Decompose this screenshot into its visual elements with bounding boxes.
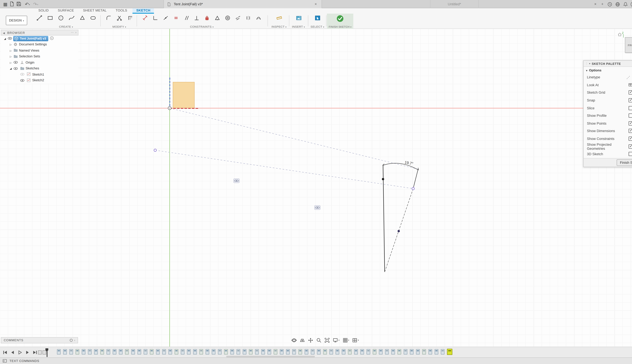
profile-region[interactable] <box>173 82 194 108</box>
palette-grip-icon[interactable]: ⋮ <box>585 62 588 65</box>
show-projected-geometries-checkbox[interactable] <box>628 144 632 148</box>
timeline-feature[interactable] <box>274 349 277 354</box>
finish-sketch-check-icon[interactable] <box>336 15 344 22</box>
timeline-feature[interactable] <box>354 349 358 354</box>
coincident-constraint-icon[interactable] <box>163 15 169 21</box>
tab-solid[interactable]: SOLID <box>35 8 52 14</box>
viewports-icon[interactable] <box>352 337 357 343</box>
inactive-tab[interactable]: Untitled* <box>430 0 479 8</box>
timeline-feature[interactable] <box>268 349 271 354</box>
app-menu-icon[interactable]: ▦ <box>2 1 8 7</box>
timeline-feature[interactable] <box>119 349 122 354</box>
timeline-feature[interactable] <box>187 349 190 354</box>
timeline-feature[interactable] <box>366 349 370 354</box>
timeline-feature[interactable] <box>398 349 401 354</box>
timeline-feature[interactable] <box>218 349 222 354</box>
redo-caret-icon[interactable]: ▾ <box>37 3 38 6</box>
perpendicular-constraint-icon[interactable] <box>194 15 200 21</box>
timeline-feature[interactable] <box>206 349 209 354</box>
pan-icon[interactable] <box>308 337 313 343</box>
show-dimensions-checkbox[interactable] <box>628 129 632 133</box>
browser-row-root[interactable]: ◢ Tent Joint(Fail) v3 <box>1 36 78 42</box>
timeline-feature[interactable] <box>249 349 252 354</box>
visibility-eye-off-icon[interactable] <box>20 72 25 77</box>
sketch-line-left[interactable] <box>383 165 385 272</box>
timeline-feature[interactable] <box>82 349 86 354</box>
activate-radio-icon[interactable] <box>50 36 54 41</box>
timeline-feature[interactable] <box>236 349 240 354</box>
equal-constraint-icon[interactable] <box>173 15 179 21</box>
line-tool-icon[interactable] <box>36 15 42 21</box>
timeline-feature[interactable] <box>138 349 141 354</box>
timeline-feature[interactable] <box>156 349 160 354</box>
display-settings-caret-icon[interactable]: ▾ <box>338 339 340 342</box>
grid-snaps-icon[interactable] <box>342 337 348 343</box>
tab-sheet-metal[interactable]: SHEET METAL <box>80 8 110 14</box>
viewcube-front-face[interactable]: FRONT <box>625 37 632 53</box>
root-selection-highlight[interactable]: Tent Joint(Fail) v3 <box>13 36 48 41</box>
comments-bar[interactable]: COMMENTS › <box>1 337 78 344</box>
viewcube[interactable]: Z FRONT X <box>618 30 632 58</box>
timeline-feature[interactable] <box>416 349 420 354</box>
timeline-feature-highlighted[interactable] <box>447 349 452 355</box>
timeline-feature[interactable] <box>323 349 327 354</box>
select-group-label[interactable]: SELECT ▾ <box>309 25 326 28</box>
browser-row-sketch1[interactable]: Sketch1 <box>1 72 78 77</box>
timeline-feature[interactable] <box>125 349 129 354</box>
timeline-feature[interactable] <box>181 349 184 354</box>
timeline-feature[interactable] <box>422 349 426 354</box>
timeline-feature[interactable] <box>348 349 352 354</box>
step-back-icon[interactable] <box>10 350 15 355</box>
timeline-feature[interactable] <box>373 349 376 354</box>
sketch-dimension-tool-icon[interactable] <box>142 15 148 21</box>
trim-tool-icon[interactable] <box>116 15 122 21</box>
constraints-group-label[interactable]: CONSTRAINTS ▾ <box>139 25 265 28</box>
timeline-feature[interactable] <box>311 349 314 354</box>
timeline-feature[interactable] <box>410 349 414 354</box>
sketch-point[interactable] <box>398 230 400 232</box>
timeline-feature[interactable] <box>280 349 284 354</box>
construction-line-lower[interactable] <box>155 150 413 189</box>
measure-tool-icon[interactable] <box>276 15 282 21</box>
fit-icon[interactable] <box>324 337 330 343</box>
text-commands-icon[interactable] <box>2 359 7 363</box>
sketch-point[interactable] <box>382 178 384 180</box>
job-status-icon[interactable] <box>607 2 612 7</box>
display-settings-icon[interactable] <box>333 337 338 343</box>
timeline-feature[interactable] <box>131 349 135 354</box>
play-icon[interactable] <box>17 350 22 355</box>
close-tab-icon[interactable]: × <box>593 2 598 6</box>
timeline-feature[interactable] <box>100 349 104 354</box>
timeline-feature[interactable] <box>243 349 246 354</box>
document-tab-close-icon[interactable]: × <box>313 2 318 6</box>
timeline-feature[interactable] <box>94 349 98 354</box>
timeline-feature[interactable] <box>261 349 265 354</box>
sketch-grid-checkbox[interactable] <box>628 90 632 95</box>
projection-link-icon[interactable] <box>314 206 320 210</box>
timeline-feature[interactable] <box>441 349 444 354</box>
rectangle-tool-icon[interactable] <box>47 15 53 21</box>
timeline-feature[interactable] <box>70 349 73 354</box>
offset-tool-icon[interactable] <box>127 15 133 21</box>
timeline-feature[interactable] <box>391 349 395 354</box>
look-at-nav-icon[interactable] <box>300 337 305 343</box>
tab-sketch[interactable]: SKETCH <box>132 8 154 14</box>
insert-group-label[interactable]: INSERT ▾ <box>290 25 307 28</box>
tree-closed-icon[interactable]: ▷ <box>9 61 12 64</box>
sketch-canvas[interactable]: 19.7° <box>0 29 632 347</box>
concentric-constraint-icon[interactable] <box>224 15 231 21</box>
visibility-eye-icon[interactable] <box>13 66 18 71</box>
timeline-feature[interactable] <box>174 349 178 354</box>
visibility-eye-icon[interactable] <box>8 36 12 41</box>
sketch-palette-header[interactable]: ⋮ ● SKETCH PALETTE » <box>584 61 632 67</box>
palette-options-section[interactable]: ▾ Options <box>584 67 632 74</box>
timeline-feature[interactable] <box>162 349 166 354</box>
sketch-point-unconstrained[interactable] <box>154 149 156 152</box>
create-group-label[interactable]: CREATE ▾ <box>34 25 98 28</box>
timeline-feature[interactable] <box>57 349 61 354</box>
timeline-marker-icon[interactable] <box>38 350 42 354</box>
tree-closed-icon[interactable]: ▷ <box>9 49 12 52</box>
construction-line-upper[interactable] <box>170 108 418 169</box>
help-icon[interactable]: ? <box>630 2 632 7</box>
notifications-bell-icon[interactable] <box>623 2 628 7</box>
